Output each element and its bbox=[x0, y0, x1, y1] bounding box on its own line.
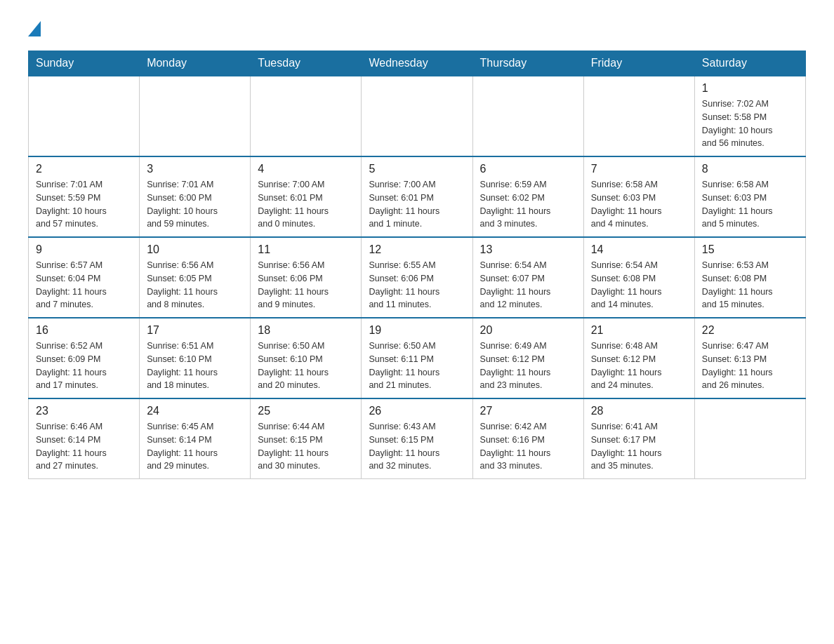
day-number: 5 bbox=[369, 163, 465, 175]
calendar-cell bbox=[29, 76, 140, 156]
calendar-header-row: SundayMondayTuesdayWednesdayThursdayFrid… bbox=[29, 51, 806, 76]
day-number: 21 bbox=[591, 324, 687, 337]
calendar-cell: 20Sunrise: 6:49 AM Sunset: 6:12 PM Dayli… bbox=[472, 318, 583, 398]
day-number: 23 bbox=[36, 405, 132, 417]
calendar-cell: 3Sunrise: 7:01 AM Sunset: 6:00 PM Daylig… bbox=[140, 156, 251, 237]
day-number: 3 bbox=[147, 163, 243, 175]
day-of-week-header: Wednesday bbox=[362, 51, 472, 76]
day-number: 11 bbox=[258, 243, 354, 256]
calendar-cell: 6Sunrise: 6:59 AM Sunset: 6:02 PM Daylig… bbox=[472, 156, 583, 237]
day-info: Sunrise: 6:58 AM Sunset: 6:03 PM Dayligh… bbox=[702, 178, 798, 231]
calendar-cell bbox=[583, 76, 694, 156]
day-info: Sunrise: 6:47 AM Sunset: 6:13 PM Dayligh… bbox=[702, 340, 798, 392]
calendar-cell: 22Sunrise: 6:47 AM Sunset: 6:13 PM Dayli… bbox=[694, 318, 805, 398]
calendar-cell: 7Sunrise: 6:58 AM Sunset: 6:03 PM Daylig… bbox=[583, 156, 694, 237]
day-number: 6 bbox=[480, 163, 576, 175]
calendar-cell: 8Sunrise: 6:58 AM Sunset: 6:03 PM Daylig… bbox=[694, 156, 805, 237]
day-number: 19 bbox=[369, 324, 465, 337]
day-info: Sunrise: 6:45 AM Sunset: 6:14 PM Dayligh… bbox=[147, 420, 243, 473]
calendar-cell: 5Sunrise: 7:00 AM Sunset: 6:01 PM Daylig… bbox=[362, 156, 472, 237]
day-info: Sunrise: 6:42 AM Sunset: 6:16 PM Dayligh… bbox=[480, 420, 576, 473]
day-number: 13 bbox=[480, 243, 576, 256]
day-info: Sunrise: 6:44 AM Sunset: 6:15 PM Dayligh… bbox=[258, 420, 354, 473]
calendar-week-row: 9Sunrise: 6:57 AM Sunset: 6:04 PM Daylig… bbox=[29, 237, 806, 318]
calendar-cell: 18Sunrise: 6:50 AM Sunset: 6:10 PM Dayli… bbox=[251, 318, 362, 398]
day-info: Sunrise: 6:41 AM Sunset: 6:17 PM Dayligh… bbox=[591, 420, 687, 473]
day-info: Sunrise: 6:59 AM Sunset: 6:02 PM Dayligh… bbox=[480, 178, 576, 231]
day-number: 4 bbox=[258, 163, 354, 175]
calendar-week-row: 16Sunrise: 6:52 AM Sunset: 6:09 PM Dayli… bbox=[29, 318, 806, 398]
calendar-cell: 10Sunrise: 6:56 AM Sunset: 6:05 PM Dayli… bbox=[140, 237, 251, 318]
day-of-week-header: Sunday bbox=[29, 51, 140, 76]
day-info: Sunrise: 7:01 AM Sunset: 6:00 PM Dayligh… bbox=[147, 178, 243, 231]
calendar-week-row: 2Sunrise: 7:01 AM Sunset: 5:59 PM Daylig… bbox=[29, 156, 806, 237]
day-number: 10 bbox=[147, 243, 243, 256]
calendar-week-row: 1Sunrise: 7:02 AM Sunset: 5:58 PM Daylig… bbox=[29, 76, 806, 156]
calendar-cell: 4Sunrise: 7:00 AM Sunset: 6:01 PM Daylig… bbox=[251, 156, 362, 237]
day-info: Sunrise: 6:50 AM Sunset: 6:10 PM Dayligh… bbox=[258, 340, 354, 392]
day-number: 2 bbox=[36, 163, 132, 175]
day-number: 25 bbox=[258, 405, 354, 417]
calendar-cell: 24Sunrise: 6:45 AM Sunset: 6:14 PM Dayli… bbox=[140, 398, 251, 479]
day-of-week-header: Monday bbox=[140, 51, 251, 76]
calendar-cell: 12Sunrise: 6:55 AM Sunset: 6:06 PM Dayli… bbox=[362, 237, 472, 318]
calendar-cell: 2Sunrise: 7:01 AM Sunset: 5:59 PM Daylig… bbox=[29, 156, 140, 237]
day-info: Sunrise: 7:00 AM Sunset: 6:01 PM Dayligh… bbox=[369, 178, 465, 231]
day-number: 16 bbox=[36, 324, 132, 337]
day-number: 27 bbox=[480, 405, 576, 417]
day-number: 14 bbox=[591, 243, 687, 256]
calendar-cell: 9Sunrise: 6:57 AM Sunset: 6:04 PM Daylig… bbox=[29, 237, 140, 318]
day-number: 22 bbox=[702, 324, 798, 337]
day-info: Sunrise: 7:01 AM Sunset: 5:59 PM Dayligh… bbox=[36, 178, 132, 231]
day-info: Sunrise: 6:56 AM Sunset: 6:05 PM Dayligh… bbox=[147, 259, 243, 311]
day-info: Sunrise: 6:51 AM Sunset: 6:10 PM Dayligh… bbox=[147, 340, 243, 392]
logo-icon bbox=[28, 21, 41, 36]
calendar-cell: 26Sunrise: 6:43 AM Sunset: 6:15 PM Dayli… bbox=[362, 398, 472, 479]
day-number: 8 bbox=[702, 163, 798, 175]
day-number: 24 bbox=[147, 405, 243, 417]
day-of-week-header: Thursday bbox=[472, 51, 583, 76]
calendar-cell: 25Sunrise: 6:44 AM Sunset: 6:15 PM Dayli… bbox=[251, 398, 362, 479]
day-number: 12 bbox=[369, 243, 465, 256]
day-info: Sunrise: 6:52 AM Sunset: 6:09 PM Dayligh… bbox=[36, 340, 132, 392]
day-info: Sunrise: 7:00 AM Sunset: 6:01 PM Dayligh… bbox=[258, 178, 354, 231]
day-number: 7 bbox=[591, 163, 687, 175]
calendar-cell: 15Sunrise: 6:53 AM Sunset: 6:08 PM Dayli… bbox=[694, 237, 805, 318]
calendar-cell bbox=[362, 76, 472, 156]
svg-marker-0 bbox=[28, 21, 41, 36]
calendar-cell: 23Sunrise: 6:46 AM Sunset: 6:14 PM Dayli… bbox=[29, 398, 140, 479]
calendar-cell bbox=[694, 398, 805, 479]
calendar-cell bbox=[251, 76, 362, 156]
day-number: 28 bbox=[591, 405, 687, 417]
day-info: Sunrise: 6:43 AM Sunset: 6:15 PM Dayligh… bbox=[369, 420, 465, 473]
day-info: Sunrise: 6:54 AM Sunset: 6:07 PM Dayligh… bbox=[480, 259, 576, 311]
day-of-week-header: Friday bbox=[583, 51, 694, 76]
page-header bbox=[28, 21, 806, 36]
day-number: 15 bbox=[702, 243, 798, 256]
calendar-cell: 14Sunrise: 6:54 AM Sunset: 6:08 PM Dayli… bbox=[583, 237, 694, 318]
day-of-week-header: Tuesday bbox=[251, 51, 362, 76]
day-info: Sunrise: 6:56 AM Sunset: 6:06 PM Dayligh… bbox=[258, 259, 354, 311]
calendar-cell: 16Sunrise: 6:52 AM Sunset: 6:09 PM Dayli… bbox=[29, 318, 140, 398]
day-number: 9 bbox=[36, 243, 132, 256]
day-info: Sunrise: 6:46 AM Sunset: 6:14 PM Dayligh… bbox=[36, 420, 132, 473]
day-number: 20 bbox=[480, 324, 576, 337]
logo bbox=[28, 21, 41, 36]
day-number: 1 bbox=[702, 82, 798, 95]
day-of-week-header: Saturday bbox=[694, 51, 805, 76]
calendar-cell: 27Sunrise: 6:42 AM Sunset: 6:16 PM Dayli… bbox=[472, 398, 583, 479]
day-info: Sunrise: 6:53 AM Sunset: 6:08 PM Dayligh… bbox=[702, 259, 798, 311]
calendar-cell: 17Sunrise: 6:51 AM Sunset: 6:10 PM Dayli… bbox=[140, 318, 251, 398]
calendar-cell: 28Sunrise: 6:41 AM Sunset: 6:17 PM Dayli… bbox=[583, 398, 694, 479]
day-number: 17 bbox=[147, 324, 243, 337]
calendar-cell bbox=[472, 76, 583, 156]
calendar-cell: 19Sunrise: 6:50 AM Sunset: 6:11 PM Dayli… bbox=[362, 318, 472, 398]
day-info: Sunrise: 7:02 AM Sunset: 5:58 PM Dayligh… bbox=[702, 98, 798, 150]
day-info: Sunrise: 6:55 AM Sunset: 6:06 PM Dayligh… bbox=[369, 259, 465, 311]
calendar-cell: 11Sunrise: 6:56 AM Sunset: 6:06 PM Dayli… bbox=[251, 237, 362, 318]
day-info: Sunrise: 6:48 AM Sunset: 6:12 PM Dayligh… bbox=[591, 340, 687, 392]
calendar-table: SundayMondayTuesdayWednesdayThursdayFrid… bbox=[28, 51, 806, 479]
day-info: Sunrise: 6:57 AM Sunset: 6:04 PM Dayligh… bbox=[36, 259, 132, 311]
day-info: Sunrise: 6:50 AM Sunset: 6:11 PM Dayligh… bbox=[369, 340, 465, 392]
day-number: 18 bbox=[258, 324, 354, 337]
